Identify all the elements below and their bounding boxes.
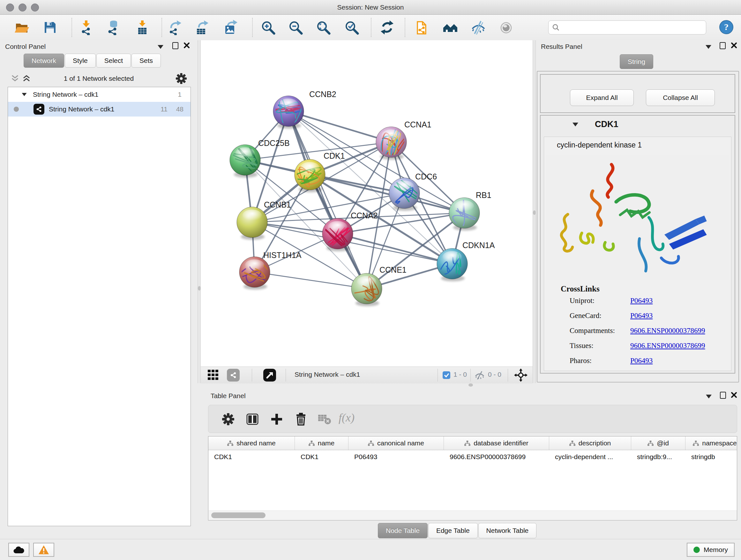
tab-select[interactable]: Select (96, 54, 131, 68)
cloud-button[interactable] (8, 543, 29, 557)
network-label: String Network – cdk1 (49, 105, 114, 113)
refresh-icon[interactable] (380, 20, 395, 35)
pan-crosshair-icon[interactable] (514, 368, 528, 382)
column-header-database-identifier[interactable]: database identifier (444, 436, 549, 450)
toolbar-separator (161, 18, 162, 37)
export-network-icon[interactable] (168, 20, 183, 35)
table-cell[interactable]: 9606.ENSP00000378699 (444, 450, 549, 463)
zoom-fit-icon[interactable] (316, 20, 331, 35)
expand-all-button[interactable]: Expand All (570, 89, 634, 106)
node-table-header: shared namenamecanonical namedatabase id… (208, 436, 737, 450)
open-session-icon[interactable] (14, 20, 29, 35)
detach-view-icon[interactable] (263, 369, 276, 381)
function-builder-icon[interactable]: f(x) (339, 411, 354, 424)
zoom-out-icon[interactable] (288, 20, 303, 35)
crosslink-link[interactable]: 9606.ENSP00000378699 (630, 327, 705, 335)
left-splitter-handle[interactable] (198, 286, 201, 291)
crosslink-label: Pharos: (569, 357, 592, 365)
tab-string[interactable]: String (620, 54, 653, 69)
network-canvas[interactable]: CCNB2CCNA1CDC25BCDK1CDC6RB1CCNB1CCNA2CDK… (201, 40, 533, 367)
column-header--id[interactable]: @id (631, 436, 685, 450)
import-network-database-icon[interactable] (105, 20, 121, 35)
selected-checkbox-icon[interactable] (443, 371, 450, 379)
table-cell[interactable]: stringdb (685, 450, 737, 463)
hidden-eye-icon[interactable] (475, 371, 485, 380)
table-panel-collapse-icon[interactable] (706, 395, 712, 398)
table-cell[interactable]: CDK1 (208, 450, 295, 463)
scrollbar-thumb[interactable] (211, 512, 266, 518)
zoom-in-icon[interactable] (260, 20, 276, 35)
column-header-description[interactable]: description (549, 436, 631, 450)
tab-network[interactable]: Network (23, 54, 64, 68)
search-input[interactable] (562, 23, 706, 32)
results-panel-collapse-icon[interactable] (705, 45, 711, 49)
horizontal-splitter-handle[interactable] (468, 383, 473, 387)
toolbar-separator (252, 18, 253, 37)
control-panel-float-icon[interactable] (172, 42, 179, 49)
right-splitter-handle[interactable] (533, 210, 536, 215)
gene-entry-expander-icon[interactable] (572, 123, 578, 126)
export-image-icon[interactable] (223, 20, 239, 35)
results-panel-float-icon[interactable] (720, 42, 726, 49)
column-header-namespace[interactable]: namespace (685, 436, 737, 450)
table-cell[interactable]: cyclin-dependent ... (549, 450, 631, 463)
control-panel-collapse-icon[interactable] (158, 45, 163, 49)
add-column-icon[interactable] (270, 413, 283, 426)
crosslink-link[interactable]: P06493 (630, 357, 653, 365)
tab-sets[interactable]: Sets (131, 54, 161, 68)
save-session-icon[interactable] (43, 20, 58, 35)
show-columns-icon[interactable] (246, 413, 259, 426)
import-table-icon[interactable] (135, 20, 150, 35)
crosslink-link[interactable]: P06493 (630, 297, 653, 305)
crosslink-link[interactable]: P06493 (630, 312, 653, 320)
tab-style[interactable]: Style (65, 54, 96, 68)
network-selection-status: 1 of 1 Network selected (0, 75, 198, 82)
node-table-row[interactable]: CDK1CDK1P064939606.ENSP00000378699cyclin… (208, 450, 737, 463)
left-splitter[interactable] (198, 40, 201, 383)
birds-eye-view-icon[interactable] (227, 369, 240, 381)
table-panel-close-icon[interactable] (731, 392, 737, 398)
delete-column-icon[interactable] (294, 412, 307, 426)
table-panel-float-icon[interactable] (720, 392, 726, 399)
show-all-eye-icon[interactable] (498, 20, 514, 35)
toolbar-separator (405, 18, 405, 37)
delete-table-icon[interactable] (318, 414, 332, 425)
results-panel-title: Results Panel (541, 43, 583, 51)
network-collection-row[interactable]: String Network – cdk1 1 (8, 87, 191, 102)
column-header-canonical-name[interactable]: canonical name (348, 436, 444, 450)
hide-selected-eye-icon[interactable] (471, 20, 486, 35)
node-label-CDKN1A: CDKN1A (462, 241, 495, 250)
tab-node-table[interactable]: Node Table (378, 523, 428, 538)
memory-button[interactable]: Memory (687, 543, 735, 557)
column-header-name[interactable]: name (295, 436, 348, 450)
results-panel-close-icon[interactable] (731, 42, 737, 49)
import-network-file-icon[interactable] (79, 20, 94, 35)
share-file-icon[interactable] (414, 20, 429, 35)
table-cell[interactable]: CDK1 (295, 450, 348, 463)
help-icon[interactable]: ? (719, 20, 734, 35)
svg-text:?: ? (724, 22, 729, 32)
zoom-selected-icon[interactable] (344, 20, 359, 35)
crosslinks-title: CrossLinks (561, 285, 600, 294)
network-row[interactable]: String Network – cdk1 11 48 (8, 102, 191, 117)
canvas-network-title: String Network – cdk1 (294, 371, 360, 378)
network-options-gear-icon[interactable] (176, 73, 187, 84)
node-label-CDK1: CDK1 (324, 151, 345, 160)
tab-network-table[interactable]: Network Table (478, 523, 537, 538)
collection-expander-icon[interactable] (22, 93, 26, 96)
table-options-gear-icon[interactable] (222, 413, 234, 426)
string-home-icon[interactable] (443, 20, 458, 35)
control-panel-close-icon[interactable] (184, 42, 190, 49)
table-cell[interactable]: stringdb:9... (631, 450, 685, 463)
table-horizontal-scrollbar[interactable] (209, 510, 737, 520)
grid-view-icon[interactable] (208, 370, 219, 381)
column-header-shared-name[interactable]: shared name (208, 436, 295, 450)
tab-edge-table[interactable]: Edge Table (428, 523, 478, 538)
export-table-icon[interactable] (195, 20, 210, 35)
crosslink-link[interactable]: 9606.ENSP00000378699 (630, 341, 705, 350)
toolbar-separator (371, 18, 372, 37)
collapse-all-button[interactable]: Collapse All (646, 89, 715, 106)
warning-button[interactable] (33, 543, 54, 557)
table-cell[interactable]: P06493 (348, 450, 444, 463)
search-field[interactable] (548, 20, 706, 35)
